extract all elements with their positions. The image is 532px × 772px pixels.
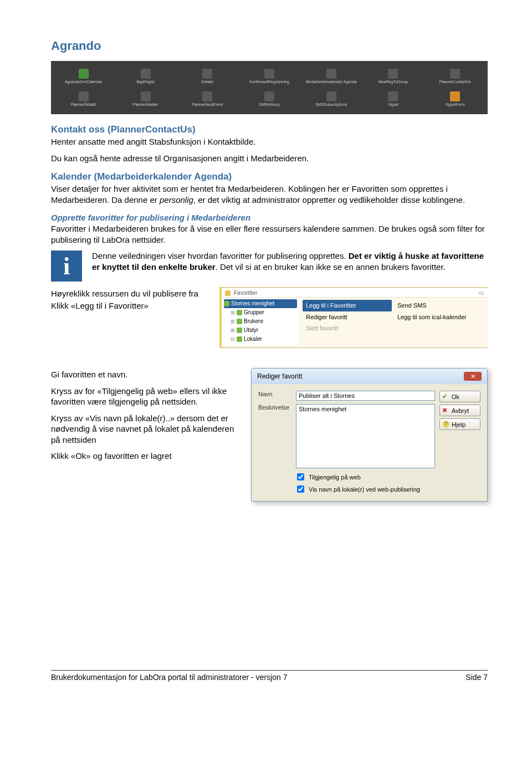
toolbar-module[interactable]: VigselForm	[424, 88, 485, 110]
dialog-title-text: Rediger favoritt	[257, 372, 302, 380]
toolbar-module[interactable]: PlannerMaster	[115, 88, 176, 110]
instruction-line: Høyreklikk ressursen du vil publisere fr…	[51, 288, 211, 299]
instruction-line: Kryss av «Vis navn på lokale(r)..» derso…	[51, 413, 242, 446]
dialog-rediger-favoritt: Rediger favoritt ✕ Navn Beskrivelse Til	[251, 368, 488, 502]
instruction-line: Klikk «Legg til i Favoritter»	[51, 300, 211, 311]
toolbar-label: KonfirmantRegistrering	[249, 80, 289, 84]
toolbar-module[interactable]: PlannerDetail2	[53, 88, 114, 110]
puzzle-icon	[202, 91, 212, 101]
tree-label: Lokaler	[244, 335, 262, 344]
close-icon[interactable]: ✕	[464, 372, 482, 381]
tree-item[interactable]: Stornes menighet	[224, 299, 297, 308]
puzzle-icon	[450, 69, 460, 79]
folder-icon	[237, 310, 242, 315]
toolbar-module[interactable]: SMSHistory	[239, 88, 300, 110]
puzzle-icon	[264, 91, 274, 101]
context-menu-item: Slett favoritt	[303, 323, 392, 334]
toolbar-module[interactable]: NewRegToGroup	[363, 65, 424, 87]
checkbox-tilgjengelig-web[interactable]: Tilgjengelig på web	[295, 472, 435, 482]
section-kalender-p1: Viser detaljer for hver aktivitet som er…	[51, 183, 488, 205]
toolbar-module[interactable]: SMSSubscriptions	[301, 88, 362, 110]
toolbar-module[interactable]: KonfirmantRegistrering	[239, 65, 300, 87]
toolbar-label: PlannerDetail2	[71, 103, 96, 106]
label-navn: Navn	[258, 391, 291, 397]
tree-label: Utstyr	[244, 326, 258, 335]
info-callout: i Denne veiledningen viser hvordan favor…	[51, 250, 488, 282]
puzzle-icon	[388, 69, 398, 79]
context-menu-item[interactable]: Legg til som ical-kalender	[394, 311, 483, 323]
ok-button[interactable]: ✔ Ok	[439, 391, 480, 402]
text: . Det vil si at en bruker kan ikke se en…	[216, 262, 446, 272]
tree-label: Stornes menighet	[231, 299, 274, 308]
toolbar-label: VigselForm	[446, 103, 465, 106]
label-beskrivelse: Beskrivelse	[258, 404, 291, 411]
puzzle-icon	[79, 69, 89, 79]
info-text: Denne veiledningen viser hvordan favorit…	[92, 250, 488, 273]
section-kontakt-oss-title: Kontakt oss (PlannerContactUs)	[51, 124, 488, 135]
expand-icon[interactable]: ⊞	[231, 318, 235, 325]
help-icon: ?	[442, 421, 449, 428]
puzzle-icon	[202, 69, 212, 79]
ctx-top-favoritter: Favoritter	[234, 290, 257, 296]
text: , er det viktig at administrator opprett…	[193, 195, 465, 204]
ctx-col-1: Legg til i FavoritterRediger favorittSle…	[301, 299, 393, 342]
toolbar-label: PlannerContactUs	[439, 80, 471, 84]
module-toolbar: AgrandoDnnCalendarBapRegistDetailsKonfir…	[51, 61, 488, 114]
checkbox-label: Tilgjengelig på web	[309, 474, 361, 480]
context-menu-screenshot: Favoritter 01 Stornes menighet⊞Grupper⊞B…	[219, 287, 488, 348]
input-navn[interactable]	[296, 391, 435, 401]
folder-icon	[237, 336, 242, 342]
puzzle-icon	[450, 91, 460, 101]
hjelp-button[interactable]: ? Hjelp	[439, 418, 480, 430]
section-opprette-title: Opprette favoritter for publisering i Me…	[51, 213, 488, 222]
checkbox-label: Vis navn på lokale(r) ved web-publiserin…	[309, 486, 420, 493]
button-label: Ok	[452, 393, 459, 400]
toolbar-module[interactable]: Medarbeiderkalender Agenda	[301, 65, 362, 87]
toolbar-label: BapRegist	[136, 80, 154, 84]
toolbar-label: Vigsel	[388, 103, 398, 106]
context-menu-item[interactable]: Legg til i Favoritter	[303, 300, 392, 311]
avbryt-button[interactable]: ✖ Avbryt	[439, 405, 480, 416]
expand-icon[interactable]: ⊞	[231, 309, 235, 316]
ctx-col-2: Send SMSLegg til som ical-kalender	[393, 299, 484, 342]
cancel-icon: ✖	[442, 407, 449, 414]
tree-item[interactable]: ⊟Lokaler	[224, 335, 297, 344]
toolbar-module[interactable]: Details	[177, 65, 238, 87]
toolbar-module[interactable]: AgrandoDnnCalendar	[53, 65, 114, 87]
expand-icon[interactable]: ⊟	[231, 335, 235, 343]
context-menu-item[interactable]: Rediger favoritt	[303, 311, 392, 323]
toolbar-label: Details	[202, 80, 213, 84]
puzzle-icon	[264, 69, 274, 79]
section-opprette-p1: Favoritter i Medarbeideren brukes for å …	[51, 223, 488, 245]
expand-icon[interactable]: ⊞	[231, 326, 235, 334]
toolbar-module[interactable]: PlannerContactUs	[424, 65, 485, 87]
textarea-beskrivelse[interactable]	[296, 404, 435, 468]
puzzle-icon	[326, 91, 336, 101]
tree-item[interactable]: ⊞Grupper	[224, 308, 297, 317]
toolbar-label: AgrandoDnnCalendar	[65, 80, 103, 84]
toolbar-label: PlannerNextEvent	[192, 103, 223, 106]
tree-label: Grupper	[244, 308, 264, 317]
button-label: Avbryt	[452, 407, 469, 414]
puzzle-icon	[141, 69, 151, 79]
puzzle-icon	[79, 91, 89, 101]
toolbar-module[interactable]: BapRegist	[115, 65, 176, 87]
tree-item[interactable]: ⊞Brukere	[224, 317, 297, 326]
context-menu-item[interactable]: Send SMS	[394, 300, 483, 311]
footer-right: Side 7	[466, 673, 488, 682]
toolbar-module[interactable]: Vigsel	[363, 88, 424, 110]
checkbox-input[interactable]	[297, 473, 304, 480]
instruction-line: Kryss av for «Tilgjengelig på web» eller…	[51, 386, 242, 407]
section-kontakt-oss-p2: Du kan også hente adresse til Organisasj…	[51, 153, 488, 164]
tree-item[interactable]: ⊞Utstyr	[224, 326, 297, 335]
instruction-line: Gi favoritten et navn.	[51, 369, 242, 380]
instruction-line: Klikk «Ok» og favoritten er lagret	[51, 451, 242, 462]
checkbox-input[interactable]	[297, 485, 304, 493]
puzzle-icon	[326, 69, 336, 79]
button-label: Hjelp	[452, 421, 466, 428]
footer-left: Brukerdokumentasjon for LabOra portal ti…	[51, 673, 287, 682]
checkbox-vis-navn-lokale[interactable]: Vis navn på lokale(r) ved web-publiserin…	[295, 484, 435, 494]
toolbar-module[interactable]: PlannerNextEvent	[177, 88, 238, 110]
puzzle-icon	[141, 91, 151, 101]
check-icon: ✔	[442, 393, 449, 400]
